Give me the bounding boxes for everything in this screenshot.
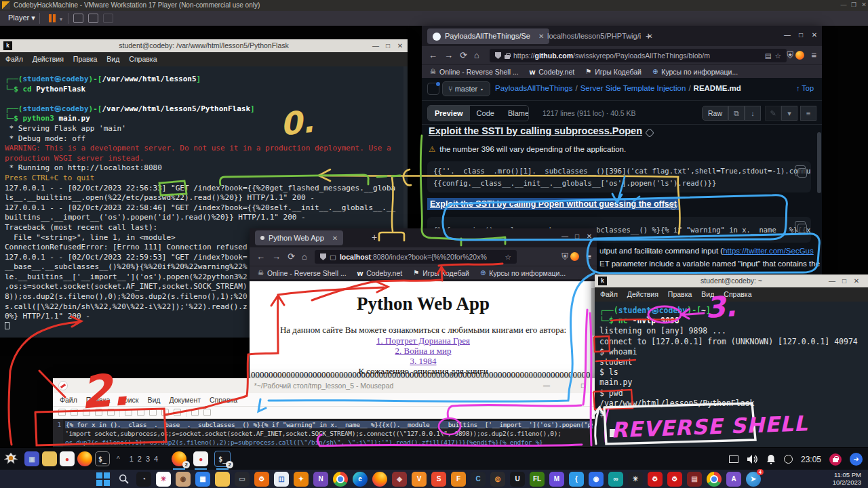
- toolbar-find-icon[interactable]: [191, 409, 199, 416]
- menu-item[interactable]: Файл: [60, 396, 77, 404]
- maximize-icon[interactable]: □: [572, 232, 582, 240]
- shield-icon[interactable]: [495, 52, 501, 59]
- taskbar-app-f-orange[interactable]: F: [451, 472, 466, 487]
- url-bar[interactable]: https://github.com/swisskyrepo/PayloadsA…: [490, 49, 787, 62]
- reload-icon[interactable]: ⟳: [288, 251, 295, 262]
- workspace-switcher[interactable]: 1234: [130, 455, 163, 463]
- minimize-icon[interactable]: —: [560, 232, 570, 240]
- taskbar-app-unity[interactable]: ✦: [294, 472, 309, 487]
- tab-code[interactable]: Code: [470, 106, 501, 121]
- bookmark-item[interactable]: Курсы по информаци...: [652, 68, 738, 76]
- taskbar-app-arduino[interactable]: ∞: [608, 472, 623, 487]
- taskbar-app-vmware[interactable]: ⚙: [254, 472, 269, 487]
- menu-item[interactable]: Действия: [33, 55, 64, 63]
- breadcrumb-repo-link[interactable]: PayloadsAllTheThings: [495, 84, 572, 92]
- bookmark-item[interactable]: Codeby.net: [530, 68, 575, 76]
- flask-terminal-titlebar[interactable]: k student@codeby: /var/www/html/lesson5/…: [0, 39, 408, 52]
- book-link-1[interactable]: 1. Портрет Дориана Грея: [376, 336, 470, 346]
- mousepad-titlebar[interactable]: *~/Рабочий стол/tmp_lesson_5 - Mousepad …: [53, 378, 595, 393]
- tab-close-icon[interactable]: ✕: [332, 230, 338, 246]
- taskbar-app-chrome[interactable]: [333, 472, 348, 487]
- file-tree-icon[interactable]: [427, 83, 439, 95]
- maximize-icon[interactable]: □: [840, 277, 849, 285]
- window-list-icon[interactable]: [729, 455, 738, 463]
- bookmark-item[interactable]: Курсы по информаци...: [480, 269, 566, 277]
- volume-icon[interactable]: [747, 454, 758, 464]
- taskbar-app-speedtest[interactable]: ◔: [136, 472, 151, 487]
- pocket-icon[interactable]: ⛨: [787, 50, 793, 61]
- bookmark-item[interactable]: Codeby.net: [357, 269, 403, 277]
- taskbar-app-avatar[interactable]: A: [726, 472, 741, 487]
- scrollbar[interactable]: [817, 132, 821, 193]
- anchor-link-icon[interactable]: [666, 200, 677, 212]
- raw-button[interactable]: Raw: [702, 106, 728, 121]
- menu-item[interactable]: Вид: [701, 290, 714, 298]
- bookmark-item[interactable]: Игры Кодебай: [585, 68, 642, 76]
- twitter-link[interactable]: https://twitter.com/SecGus: [723, 247, 814, 255]
- nc-terminal-titlebar[interactable]: k student@codeby: ~ — □ ✕: [595, 274, 868, 287]
- minimize-icon[interactable]: —: [827, 277, 837, 285]
- toolbar-copy-icon[interactable]: [161, 409, 169, 416]
- taskbar-app-edge[interactable]: e: [353, 472, 368, 487]
- close-icon[interactable]: ✕: [852, 277, 861, 285]
- toolbar-replace-icon[interactable]: [203, 409, 211, 416]
- outline-icon[interactable]: ≡: [800, 106, 816, 121]
- close-icon[interactable]: ✕: [395, 41, 405, 50]
- anchor-link-icon[interactable]: [645, 128, 654, 138]
- menu-hamburger-icon[interactable]: ≡: [811, 50, 816, 60]
- tab-close-icon[interactable]: ✕: [538, 28, 544, 44]
- menu-item[interactable]: Вид: [106, 55, 119, 63]
- menu-hamburger-icon[interactable]: ≡: [586, 251, 591, 262]
- workspace-number[interactable]: 2: [138, 455, 146, 463]
- kali-menu-icon[interactable]: [3, 451, 19, 467]
- toolbar-redo-icon[interactable]: [137, 409, 144, 416]
- branch-selector[interactable]: ⑂ master ▾: [442, 81, 490, 96]
- taskbar-app-milanote[interactable]: M: [549, 472, 564, 487]
- reader-view-icon[interactable]: ▤: [765, 49, 772, 62]
- toolbar-open-icon[interactable]: [71, 409, 78, 416]
- running-mousepad-icon[interactable]: ●: [193, 451, 208, 466]
- taskbar-app-portrait[interactable]: ◉: [176, 472, 191, 487]
- launcher-display-icon[interactable]: ▣: [24, 451, 39, 466]
- bookmark-star-icon[interactable]: ☆: [775, 49, 781, 62]
- menu-item[interactable]: Справка: [210, 396, 237, 404]
- firefox-account-icon[interactable]: [570, 252, 579, 261]
- workspace-number[interactable]: 3: [146, 455, 154, 463]
- bookmark-item[interactable]: Online - Reverse Shell ...: [430, 68, 519, 76]
- copy-file-icon[interactable]: ⧉: [728, 106, 745, 121]
- maximize-icon[interactable]: □: [578, 381, 588, 390]
- taskbar-search-icon[interactable]: [116, 472, 131, 487]
- taskbar-app-unreal[interactable]: U: [510, 472, 525, 487]
- shield-icon[interactable]: [320, 253, 326, 260]
- workspace-number[interactable]: 1: [130, 455, 138, 463]
- forward-icon[interactable]: →: [272, 251, 281, 262]
- vmware-suspend-dropdown[interactable]: ▾: [60, 16, 62, 22]
- toolbar-cut-icon[interactable]: [149, 409, 157, 416]
- toolbar-new-icon[interactable]: [58, 409, 66, 416]
- minimize-icon[interactable]: —: [542, 381, 551, 390]
- maximize-icon[interactable]: □: [383, 41, 393, 50]
- screen-lock-icon[interactable]: [829, 453, 842, 466]
- tab-python-web-app[interactable]: Python Web App ✕: [255, 230, 343, 245]
- taskbar-app-cinema4d[interactable]: C: [471, 472, 486, 487]
- taskbar-app-pin[interactable]: ◉: [589, 472, 604, 487]
- menu-item[interactable]: Файл: [600, 290, 618, 298]
- menu-item[interactable]: Правка: [73, 55, 97, 63]
- bookmark-item[interactable]: Игры Кодебай: [413, 269, 469, 277]
- taskbar-app-blender[interactable]: ◎: [490, 472, 505, 487]
- vmware-minimize-button[interactable]: —: [840, 1, 848, 9]
- menu-item[interactable]: Правка: [668, 290, 692, 298]
- running-firefox-icon[interactable]: 2: [172, 451, 186, 466]
- toolbar-close-icon[interactable]: [107, 409, 115, 416]
- launcher-terminal-icon[interactable]: $_: [95, 451, 110, 466]
- taskbar-app-red[interactable]: ◆: [392, 472, 407, 487]
- home-icon[interactable]: ⌂: [474, 50, 479, 60]
- menu-item[interactable]: Правка: [86, 396, 110, 404]
- launcher-firefox-icon[interactable]: [77, 451, 92, 466]
- python-tabbar[interactable]: Python Web App ✕ + — □ ✕: [250, 228, 597, 247]
- menu-item[interactable]: Вид: [147, 396, 160, 404]
- close-icon[interactable]: ✕: [810, 31, 819, 39]
- bookmark-item[interactable]: Online - Reverse Shell ...: [258, 269, 347, 277]
- taskbar-start-button[interactable]: [96, 472, 111, 487]
- vmware-ctrl-alt-del-icon[interactable]: [73, 14, 83, 23]
